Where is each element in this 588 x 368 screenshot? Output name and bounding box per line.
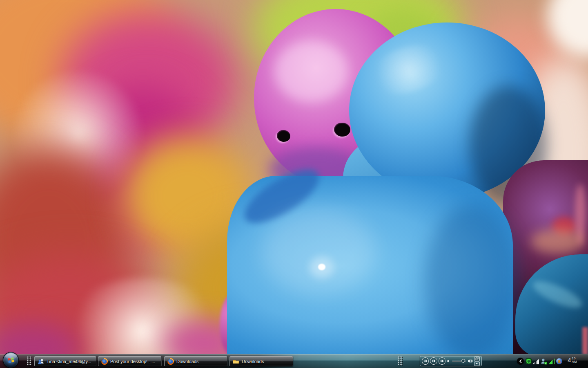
blue-body-sheen [261, 209, 376, 294]
next-track-button[interactable] [439, 357, 445, 365]
media-player-toolbar [420, 356, 482, 366]
clock-meridiem: AM [572, 360, 577, 364]
blue-a-tray-icon[interactable]: a [556, 358, 562, 364]
taskbar-button-label: Downloads [242, 359, 264, 364]
purple-glass-warm-glow [531, 229, 584, 254]
taskbar-button-downloads-folder[interactable]: Downloads [229, 356, 293, 366]
pause-icon [432, 359, 435, 363]
green-swirl-tray-icon[interactable] [526, 358, 532, 364]
chevron-left-icon [519, 359, 523, 364]
hidden-icons-chevron[interactable] [517, 358, 524, 365]
volume-slider[interactable] [452, 359, 466, 364]
firefox-icon [101, 358, 108, 365]
blue-body-specular-dot [318, 264, 325, 270]
messenger-icon [38, 358, 44, 365]
tray-clock[interactable]: 4 10 AM [568, 357, 577, 364]
signal-bars-green-tray-icon[interactable] [549, 359, 555, 364]
loud-speaker-icon[interactable] [468, 359, 473, 364]
restore-player-button[interactable] [474, 357, 480, 361]
system-tray: a [517, 356, 562, 366]
pink-head-highlight [274, 41, 348, 102]
previous-track-button[interactable] [422, 357, 429, 365]
media-toolbar-grip[interactable] [398, 357, 403, 366]
collapse-toolbar-button[interactable] [474, 361, 480, 366]
volume-slider-thumb[interactable] [461, 359, 465, 363]
blue-a-letter: a [558, 359, 561, 364]
taskbar-button-label: Post your desktop! - ... [110, 359, 155, 364]
red-sliver-corner [582, 327, 588, 355]
taskbar-button-firefox-downloads[interactable]: Downloads [164, 356, 227, 366]
taskbar-button-label: Downloads [176, 359, 198, 364]
taskbar-button-firefox-page[interactable]: Post your desktop! - ... [98, 356, 162, 366]
contact-status-tray-icon[interactable] [541, 358, 547, 365]
clock-hour: 4 [568, 357, 571, 364]
blue-body-dark-right [425, 204, 519, 360]
taskbar: Tina <tina_mei06@y... Post your desktop!… [0, 354, 588, 368]
mute-speaker-icon[interactable] [447, 359, 451, 363]
media-toolbar-window-controls [474, 357, 480, 366]
previous-icon [423, 359, 428, 363]
folder-icon [233, 358, 239, 365]
desktop-screen: Tina <tina_mei06@y... Post your desktop!… [0, 0, 588, 368]
next-icon [440, 359, 444, 363]
quick-launch-grip[interactable] [27, 357, 31, 366]
start-button[interactable] [3, 352, 19, 368]
taskbar-button-messenger[interactable]: Tina <tina_mei06@y... [34, 356, 96, 366]
desktop-wallpaper [0, 0, 588, 368]
signal-bars-white-tray-icon[interactable] [533, 359, 539, 364]
chevron-down-icon [475, 363, 478, 365]
clock-minute-meridiem: 10 AM [572, 357, 577, 364]
firefox-icon [167, 358, 174, 365]
taskbar-button-label: Tina <tina_mei06@y... [47, 359, 91, 364]
start-orb-gloss [5, 353, 17, 359]
restore-icon [475, 357, 479, 360]
pause-button[interactable] [430, 357, 437, 365]
